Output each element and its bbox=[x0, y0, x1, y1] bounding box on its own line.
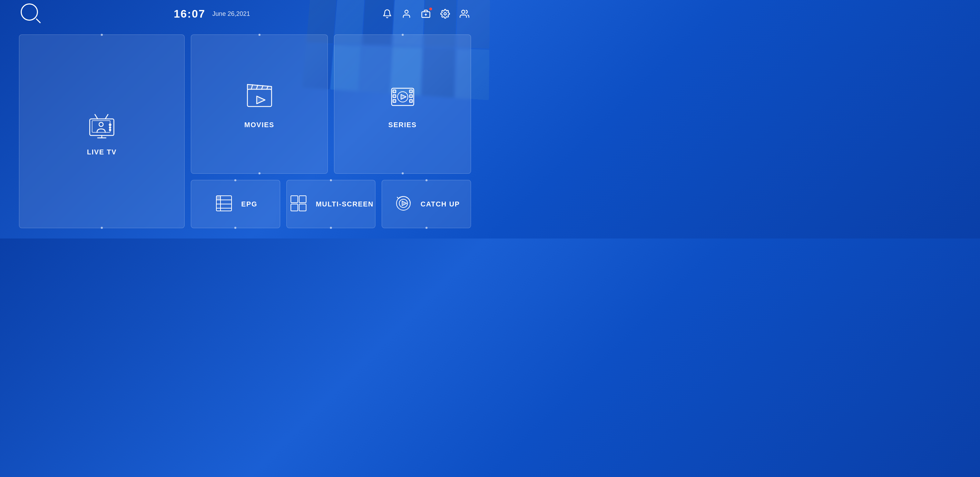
live-tv-card[interactable]: LIVE TV bbox=[19, 35, 185, 228]
time-display: 16:07 bbox=[174, 8, 206, 21]
svg-rect-40 bbox=[299, 204, 306, 211]
svg-line-12 bbox=[105, 114, 108, 119]
svg-rect-28 bbox=[410, 100, 412, 102]
logo bbox=[21, 3, 41, 24]
svg-rect-23 bbox=[393, 90, 396, 93]
svg-point-8 bbox=[99, 122, 103, 127]
live-tv-label: LIVE TV bbox=[87, 148, 117, 156]
bottom-row: EPG MULTI-SCREEN bbox=[191, 180, 471, 228]
svg-rect-25 bbox=[393, 100, 396, 102]
svg-point-5 bbox=[462, 10, 465, 13]
bell-icon[interactable] bbox=[382, 9, 392, 19]
multiscreen-icon bbox=[288, 193, 309, 215]
svg-rect-24 bbox=[393, 95, 396, 98]
epg-icon bbox=[213, 193, 234, 215]
svg-rect-36 bbox=[216, 196, 221, 200]
svg-rect-26 bbox=[410, 90, 412, 93]
epg-label: EPG bbox=[241, 200, 258, 208]
svg-marker-43 bbox=[402, 201, 407, 206]
svg-marker-30 bbox=[401, 94, 406, 99]
main-grid: LIVE TV MOVIES bbox=[19, 35, 471, 228]
catchup-card[interactable]: CATCH UP bbox=[382, 180, 471, 228]
series-label: SERIES bbox=[388, 121, 417, 129]
svg-point-4 bbox=[444, 13, 447, 15]
logo-icon bbox=[21, 3, 41, 24]
series-icon bbox=[385, 79, 420, 116]
svg-rect-38 bbox=[299, 196, 306, 203]
svg-marker-21 bbox=[257, 96, 265, 104]
multiscreen-label: MULTI-SCREEN bbox=[316, 200, 374, 208]
series-card[interactable]: SERIES bbox=[334, 35, 471, 174]
settings-icon[interactable] bbox=[440, 9, 450, 19]
svg-rect-27 bbox=[410, 95, 412, 98]
movies-card[interactable]: MOVIES bbox=[191, 35, 328, 174]
movies-icon bbox=[242, 79, 277, 116]
svg-rect-39 bbox=[291, 204, 298, 211]
svg-rect-37 bbox=[291, 196, 298, 203]
movies-label: MOVIES bbox=[244, 121, 274, 129]
catchup-icon bbox=[393, 193, 414, 215]
record-icon[interactable] bbox=[421, 9, 431, 19]
catchup-label: CATCH UP bbox=[421, 200, 460, 208]
header-center: 16:07 June 26,2021 bbox=[41, 8, 382, 21]
svg-point-0 bbox=[405, 10, 408, 13]
user-icon[interactable] bbox=[402, 9, 411, 19]
header-icons bbox=[382, 9, 469, 19]
family-icon[interactable] bbox=[460, 9, 469, 19]
live-tv-icon bbox=[84, 107, 119, 143]
epg-card[interactable]: EPG bbox=[191, 180, 280, 228]
svg-line-11 bbox=[95, 114, 98, 119]
multiscreen-card[interactable]: MULTI-SCREEN bbox=[286, 180, 376, 228]
date-display: June 26,2021 bbox=[212, 10, 250, 17]
header: 16:07 June 26,2021 bbox=[0, 0, 490, 28]
